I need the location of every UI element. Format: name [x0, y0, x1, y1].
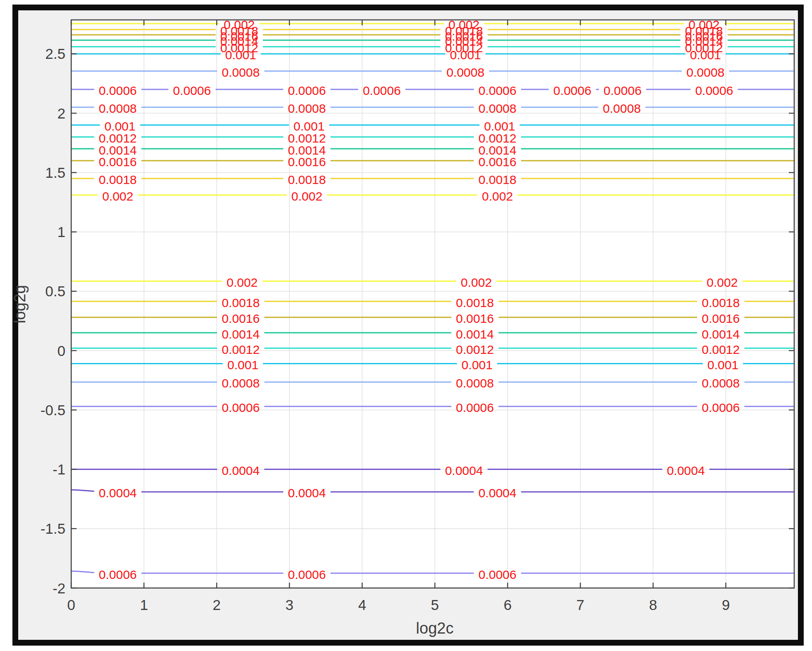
y-tick-label: -1: [53, 461, 65, 477]
contour-label: 0.0016: [99, 155, 137, 169]
contour-label: 0.0014: [702, 327, 740, 341]
contour-label: 0.0018: [99, 173, 137, 186]
y-tick-label: 1: [58, 224, 65, 240]
contour-label: 0.0006: [173, 84, 211, 97]
contour-label: 0.001: [707, 358, 738, 372]
contour-label: 0.001: [450, 48, 481, 62]
contour-label: 0.002: [292, 189, 323, 203]
y-tick-label: 0: [58, 343, 65, 359]
contour-chart: 0.0020.0020.0020.00180.00180.00180.00160…: [0, 0, 812, 651]
contour-label: 0.0016: [478, 155, 516, 169]
contour-label: 0.0008: [478, 102, 516, 115]
contour-label: 0.0018: [702, 296, 740, 310]
x-tick-label: 8: [649, 597, 657, 613]
contour-label: 0.0006: [363, 84, 401, 97]
y-tick-label: -1.5: [41, 520, 65, 537]
x-tick-label: 3: [285, 597, 293, 613]
contour-label: 0.0014: [456, 327, 494, 341]
contour-label: 0.0004: [445, 464, 483, 477]
contour-label: 0.0018: [222, 296, 260, 310]
contour-label: 0.0004: [478, 486, 516, 500]
contour-label: 0.001: [690, 48, 721, 62]
y-tick-label: 0.5: [45, 283, 65, 299]
contour-label: 0.001: [462, 358, 493, 372]
contour-label: 0.0006: [553, 84, 591, 97]
x-tick-label: 1: [140, 597, 148, 613]
contour-label: 0.0016: [456, 312, 494, 325]
contour-label: 0.0006: [604, 84, 642, 97]
y-tick-label: 1.5: [45, 165, 65, 181]
contour-label: 0.0008: [99, 102, 137, 115]
y-tick-label: -2: [53, 580, 65, 596]
contour-label: 0.001: [225, 48, 256, 62]
contour-label: 0.0004: [99, 486, 137, 500]
contour-label: 0.0016: [702, 312, 740, 325]
x-tick-label: 5: [431, 597, 439, 613]
x-tick-label: 7: [576, 597, 584, 613]
contour-label: 0.0004: [222, 464, 260, 477]
contour-label: 0.002: [102, 189, 133, 203]
contour-label: 0.0006: [288, 84, 326, 97]
contour-label: 0.0018: [288, 173, 326, 186]
plot-area: [71, 20, 794, 588]
contour-label: 0.0008: [687, 65, 725, 79]
contour-label: 0.0018: [456, 296, 494, 310]
contour-label: 0.002: [482, 189, 513, 203]
contour-label: 0.0008: [288, 102, 326, 115]
y-axis-title: log2g: [12, 267, 28, 341]
figure-window: 0.0020.0020.0020.00180.00180.00180.00160…: [0, 0, 812, 651]
x-tick-label: 6: [504, 597, 511, 613]
x-tick-label: 4: [358, 597, 366, 613]
x-tick-label: 0: [67, 597, 75, 613]
contour-label: 0.0006: [99, 84, 137, 97]
y-tick-label: 2: [58, 105, 65, 121]
contour-label: 0.0006: [456, 401, 494, 414]
y-tick-label: -0.5: [41, 402, 65, 418]
contour-label: 0.0004: [667, 464, 705, 477]
contour-label: 0.002: [707, 276, 738, 289]
contour-label: 0.0016: [222, 312, 260, 325]
contour-label: 0.0006: [478, 568, 516, 581]
contour-label: 0.0008: [446, 65, 484, 79]
contour-label: 0.0006: [695, 84, 733, 97]
contour-label: 0.002: [226, 276, 258, 289]
contour-label: 0.0018: [478, 173, 516, 186]
contour-label: 0.0016: [288, 155, 326, 169]
contour-label: 0.0008: [456, 376, 494, 390]
contour-label: 0.0012: [456, 343, 494, 356]
contour-label: 0.0006: [222, 401, 260, 414]
contour-label: 0.0008: [222, 65, 260, 79]
contour-label: 0.0006: [99, 568, 137, 581]
contour-label: 0.002: [461, 276, 492, 289]
contour-label: 0.0004: [288, 486, 326, 500]
contour-label: 0.0008: [702, 376, 740, 390]
contour-label: 0.0006: [288, 568, 326, 581]
contour-label: 0.0006: [702, 401, 740, 414]
contour-label: 0.0014: [222, 327, 260, 341]
x-axis-title: log2c: [410, 620, 460, 636]
y-tick-label: 2.5: [45, 46, 65, 62]
x-tick-label: 2: [213, 597, 221, 613]
contour-label: 0.0012: [222, 343, 260, 356]
contour-label: 0.001: [227, 358, 258, 372]
contour-label: 0.0008: [222, 376, 260, 390]
x-tick-label: 9: [722, 597, 730, 613]
contour-label: 0.0012: [702, 343, 740, 356]
contour-label: 0.0008: [603, 102, 641, 115]
contour-label: 0.0006: [478, 84, 516, 97]
